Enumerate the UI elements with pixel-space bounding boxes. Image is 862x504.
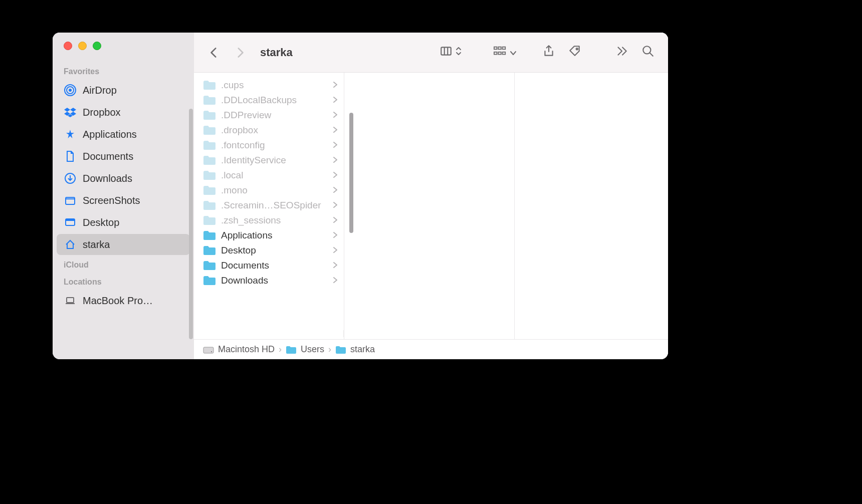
svg-rect-10 bbox=[498, 47, 501, 50]
toolbar-overflow-button[interactable] bbox=[612, 43, 632, 63]
sidebar-item-label: ScreenShots bbox=[83, 195, 140, 206]
file-row[interactable]: .zsh_sessions bbox=[194, 213, 344, 228]
folder-icon bbox=[203, 260, 216, 271]
sidebar-item-label: Documents bbox=[83, 151, 133, 162]
column-1[interactable]: .cups.DDLocalBackups.DDPreview.dropbox.f… bbox=[194, 73, 344, 339]
file-name: .DDLocalBackups bbox=[221, 95, 328, 106]
zoom-window-button[interactable] bbox=[93, 42, 101, 50]
back-button[interactable] bbox=[204, 43, 224, 63]
sidebar-item-macbook[interactable]: MacBook Pro… bbox=[57, 290, 190, 311]
file-row[interactable]: .local bbox=[194, 168, 344, 183]
file-row[interactable]: .DDPreview bbox=[194, 108, 344, 123]
path-segment-current[interactable]: starka bbox=[335, 344, 375, 355]
file-name: .local bbox=[221, 170, 328, 181]
grid-icon bbox=[494, 45, 507, 60]
airdrop-icon bbox=[64, 84, 77, 97]
main: starka bbox=[194, 33, 668, 359]
file-name: Desktop bbox=[221, 245, 328, 256]
sidebar-item-label: Dropbox bbox=[83, 107, 121, 118]
chevron-right-icon bbox=[333, 125, 338, 136]
sidebar-item-downloads[interactable]: Downloads bbox=[57, 168, 190, 189]
file-name: .Screamin…SEOSpider bbox=[221, 200, 328, 211]
file-row[interactable]: .DDLocalBackups bbox=[194, 93, 344, 108]
close-window-button[interactable] bbox=[64, 42, 72, 50]
tags-button[interactable] bbox=[565, 43, 585, 63]
svg-point-18 bbox=[211, 351, 212, 352]
svg-rect-11 bbox=[503, 47, 506, 50]
file-name: .fontconfig bbox=[221, 140, 328, 151]
svg-point-0 bbox=[69, 89, 72, 92]
sidebar-item-label: Downloads bbox=[83, 173, 132, 184]
column-2[interactable] bbox=[344, 73, 515, 339]
file-name: .IdentityService bbox=[221, 155, 328, 166]
folder-icon bbox=[203, 95, 216, 106]
forward-button[interactable] bbox=[230, 43, 250, 63]
sidebar-item-desktop[interactable]: Desktop bbox=[57, 212, 190, 233]
share-icon bbox=[542, 45, 555, 60]
path-bar: Macintosh HD › Users › starka bbox=[194, 339, 668, 359]
sidebar-item-documents[interactable]: Documents bbox=[57, 146, 190, 167]
chevron-right-icon bbox=[333, 140, 338, 151]
sidebar-item-home[interactable]: starka bbox=[57, 234, 190, 255]
file-row[interactable]: Downloads bbox=[194, 273, 344, 288]
hdd-icon bbox=[203, 345, 214, 354]
sidebar-item-airdrop[interactable]: AirDrop bbox=[57, 80, 190, 101]
sidebar-item-dropbox[interactable]: Dropbox bbox=[57, 102, 190, 123]
path-segment-root[interactable]: Macintosh HD bbox=[203, 344, 275, 355]
sidebar-scrollbar[interactable] bbox=[189, 109, 193, 339]
svg-rect-9 bbox=[494, 47, 497, 50]
sidebar-item-label: AirDrop bbox=[83, 85, 117, 96]
svg-point-15 bbox=[576, 48, 578, 50]
laptop-icon bbox=[64, 294, 77, 307]
chevron-right-icon bbox=[333, 80, 338, 91]
svg-rect-14 bbox=[503, 52, 506, 55]
chevron-right-icon bbox=[333, 200, 338, 211]
document-icon bbox=[64, 150, 77, 163]
file-row[interactable]: .Screamin…SEOSpider bbox=[194, 198, 344, 213]
share-button[interactable] bbox=[539, 43, 559, 63]
sidebar-item-label: Applications bbox=[83, 129, 137, 140]
chevron-right-icon bbox=[333, 275, 338, 286]
file-row[interactable]: Applications bbox=[194, 228, 344, 243]
sidebar-item-applications[interactable]: Applications bbox=[57, 124, 190, 145]
folder-icon bbox=[203, 230, 216, 241]
home-icon bbox=[64, 238, 77, 251]
svg-rect-6 bbox=[66, 219, 75, 221]
search-button[interactable] bbox=[638, 43, 658, 63]
file-row[interactable]: .cups bbox=[194, 78, 344, 93]
file-row[interactable]: .IdentityService bbox=[194, 153, 344, 168]
file-row[interactable]: .dropbox bbox=[194, 123, 344, 138]
file-row[interactable]: .fontconfig bbox=[194, 138, 344, 153]
minimize-window-button[interactable] bbox=[78, 42, 87, 50]
folder-icon bbox=[203, 200, 216, 211]
folder-icon bbox=[203, 275, 216, 286]
view-mode-columns-button[interactable] bbox=[440, 45, 462, 60]
file-name: .zsh_sessions bbox=[221, 215, 328, 226]
sidebar-item-label: Desktop bbox=[83, 217, 119, 228]
toolbar: starka bbox=[194, 33, 668, 73]
tag-icon bbox=[568, 45, 581, 60]
file-row[interactable]: Desktop bbox=[194, 243, 344, 258]
file-row[interactable]: .mono bbox=[194, 183, 344, 198]
folder-icon bbox=[203, 80, 216, 91]
traffic-lights bbox=[53, 42, 194, 62]
path-separator-icon: › bbox=[328, 344, 331, 355]
folder-icon bbox=[203, 170, 216, 181]
sidebar-section-favorites: Favorites bbox=[53, 62, 194, 79]
file-row[interactable]: Documents bbox=[194, 258, 344, 273]
chevron-up-down-icon bbox=[456, 46, 462, 59]
folder-icon bbox=[203, 185, 216, 196]
path-segment-users[interactable]: Users bbox=[286, 344, 324, 355]
folder-icon bbox=[203, 140, 216, 151]
file-name: Downloads bbox=[221, 275, 328, 286]
folder-icon bbox=[203, 155, 216, 166]
svg-rect-8 bbox=[441, 47, 451, 55]
folder-icon bbox=[335, 345, 346, 354]
column-3[interactable] bbox=[515, 73, 668, 339]
app-store-icon bbox=[64, 128, 77, 141]
sidebar-item-screenshots[interactable]: ScreenShots bbox=[57, 190, 190, 211]
chevron-double-right-icon bbox=[615, 45, 628, 60]
column-browser: .cups.DDLocalBackups.DDPreview.dropbox.f… bbox=[194, 73, 668, 339]
folder-icon bbox=[203, 245, 216, 256]
group-by-button[interactable] bbox=[494, 45, 517, 60]
